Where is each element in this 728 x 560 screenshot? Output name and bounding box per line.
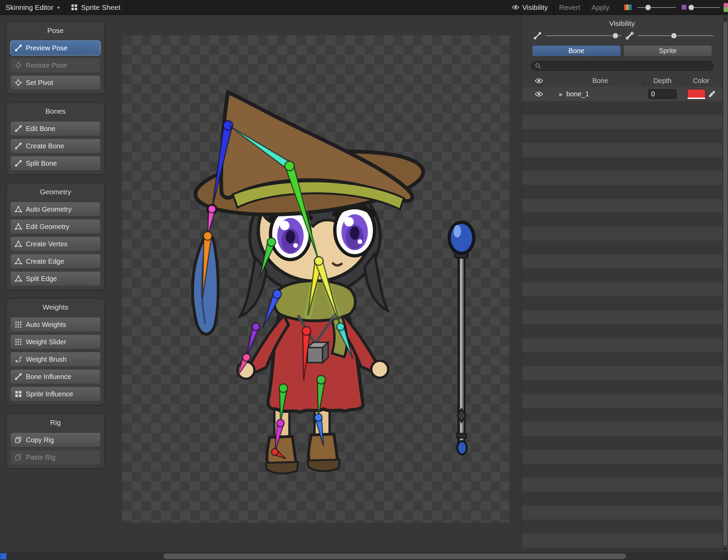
weight-slider-button[interactable]: Weight Slider xyxy=(10,334,101,349)
toolbar-slider[interactable] xyxy=(638,4,676,11)
bone-row[interactable]: ▶ bone_1 xyxy=(522,87,722,101)
tab-sprite[interactable]: Sprite xyxy=(624,45,712,56)
header-bone-column: Bone xyxy=(556,74,645,87)
scroll-corner-badge xyxy=(0,553,7,560)
visibility-panel: Visibility Bone Sprite xyxy=(522,15,722,553)
bone-influence-button[interactable]: Bone Influence xyxy=(10,369,101,384)
button-label: Paste Rig xyxy=(26,454,55,461)
revert-label: Revert xyxy=(559,3,580,12)
preview-pose-icon xyxy=(15,44,22,52)
split-edge-button[interactable]: Split Edge xyxy=(10,271,101,286)
auto-geometry-button[interactable]: Auto Geometry xyxy=(10,202,101,217)
visibility-slider[interactable] xyxy=(638,32,714,39)
geometry-panel-title: Geometry xyxy=(7,185,104,199)
button-label: Create Bone xyxy=(26,142,64,150)
weight-brush-icon xyxy=(15,356,22,363)
copy-rig-button[interactable]: Copy Rig xyxy=(10,432,101,447)
toolbar-separator xyxy=(126,0,126,15)
split-bone-button[interactable]: Split Bone xyxy=(10,156,101,171)
button-label: Sprite Influence xyxy=(26,390,73,398)
weight-brush-button[interactable]: Weight Brush xyxy=(10,352,101,367)
bone-outline-icon xyxy=(626,32,634,40)
eyedropper-icon[interactable] xyxy=(708,90,715,98)
button-label: Edit Geometry xyxy=(26,223,69,231)
toolbar-slider[interactable] xyxy=(689,4,720,11)
horizontal-scrollbar[interactable] xyxy=(0,553,722,560)
slider-knob[interactable] xyxy=(671,33,677,39)
header-eye-toggle[interactable] xyxy=(522,74,556,87)
depth-input[interactable] xyxy=(648,89,677,99)
row-disclosure-icon[interactable]: ▶ xyxy=(559,92,563,97)
create-bone-button[interactable]: Create Bone xyxy=(10,138,101,153)
bone-name: bone_1 xyxy=(566,90,589,98)
bone-table-header: Bone Depth Color xyxy=(522,74,722,87)
create-edge-button[interactable]: Create Edge xyxy=(10,254,101,269)
sprite-sheet-icon xyxy=(71,4,78,11)
visibility-slider[interactable] xyxy=(546,32,622,39)
visibility-toggle-label: Visibility xyxy=(522,3,548,12)
slider-knob[interactable] xyxy=(612,33,618,39)
create-vertex-button[interactable]: Create Vertex xyxy=(10,236,101,251)
bones-panel: Bones Edit Bone Create Bone Split Bone xyxy=(6,102,104,175)
skinning-editor-menu[interactable]: Skinning Editor ▾ xyxy=(0,0,65,15)
horizontal-scroll-thumb[interactable] xyxy=(163,554,626,559)
button-label: Create Vertex xyxy=(26,240,67,248)
workspace: Pose Preview Pose Restore Pose Set Pivot… xyxy=(0,15,728,560)
button-label: Auto Geometry xyxy=(26,205,72,213)
slider-knob[interactable] xyxy=(688,4,694,11)
apply-button[interactable]: Apply xyxy=(586,0,615,15)
auto-geometry-icon xyxy=(15,205,22,213)
bone-overlay[interactable] xyxy=(122,35,509,523)
restore-pose-button[interactable]: Restore Pose xyxy=(10,58,101,73)
paste-rig-button[interactable]: Paste Rig xyxy=(10,450,101,465)
edit-bone-button[interactable]: Edit Bone xyxy=(10,121,101,136)
bone-filled-icon xyxy=(533,32,542,40)
auto-weights-button[interactable]: Auto Weights xyxy=(10,317,101,332)
sprite-sheet-button[interactable]: Sprite Sheet xyxy=(65,0,126,15)
button-label: Bone Influence xyxy=(26,373,71,381)
bone-color-swatch[interactable] xyxy=(687,89,706,99)
button-label: Copy Rig xyxy=(26,436,54,444)
tool-column: Pose Preview Pose Restore Pose Set Pivot… xyxy=(6,22,104,477)
copy-rig-icon xyxy=(15,436,22,444)
search-icon xyxy=(535,63,541,69)
button-label: Edit Bone xyxy=(26,125,55,133)
sprite-canvas[interactable] xyxy=(122,35,509,523)
split-edge-icon xyxy=(15,275,22,282)
edit-geometry-button[interactable]: Edit Geometry xyxy=(10,219,101,234)
preview-pose-button[interactable]: Preview Pose xyxy=(10,40,101,55)
button-label: Preview Pose xyxy=(26,44,67,52)
header-color-column: Color xyxy=(680,74,722,87)
set-pivot-button[interactable]: Set Pivot xyxy=(10,75,101,90)
scrollbar-corner xyxy=(722,553,728,560)
visibility-toggle-button[interactable]: Visibility xyxy=(507,0,553,15)
scroll-down-icon[interactable]: ▼ xyxy=(723,547,728,551)
overlay-color-palette-icon[interactable] xyxy=(624,4,632,11)
row-eye-toggle[interactable] xyxy=(522,87,556,101)
scroll-up-icon[interactable]: ▲ xyxy=(723,16,728,20)
create-vertex-icon xyxy=(15,240,22,248)
button-label: Weight Brush xyxy=(26,356,67,363)
slider-track xyxy=(638,7,676,8)
button-label: Weight Slider xyxy=(26,338,66,346)
slider-knob[interactable] xyxy=(645,4,651,11)
button-label: Restore Pose xyxy=(26,62,67,69)
split-bone-icon xyxy=(15,160,22,167)
visibility-sliders-row xyxy=(522,32,722,42)
header-eye-icon xyxy=(535,78,543,84)
vertical-scrollbar[interactable]: ▲ ▼ xyxy=(722,15,728,553)
auto-weights-icon xyxy=(15,321,22,328)
bone-search-input[interactable] xyxy=(543,62,709,70)
bones-panel-title: Bones xyxy=(7,104,104,119)
row-eye-icon xyxy=(535,91,543,97)
overlay-tint-icon[interactable] xyxy=(681,4,687,10)
vertical-scroll-thumb[interactable] xyxy=(723,22,727,545)
rig-panel-title: Rig xyxy=(7,415,104,430)
revert-button[interactable]: Revert xyxy=(554,0,586,15)
paste-rig-icon xyxy=(15,454,22,461)
header-depth-column: Depth xyxy=(645,74,680,87)
cropped-toolbar-icon xyxy=(724,3,728,12)
tab-bone[interactable]: Bone xyxy=(532,45,621,56)
sprite-influence-button[interactable]: Sprite Influence xyxy=(10,386,101,401)
bone-search-box[interactable] xyxy=(531,61,713,71)
